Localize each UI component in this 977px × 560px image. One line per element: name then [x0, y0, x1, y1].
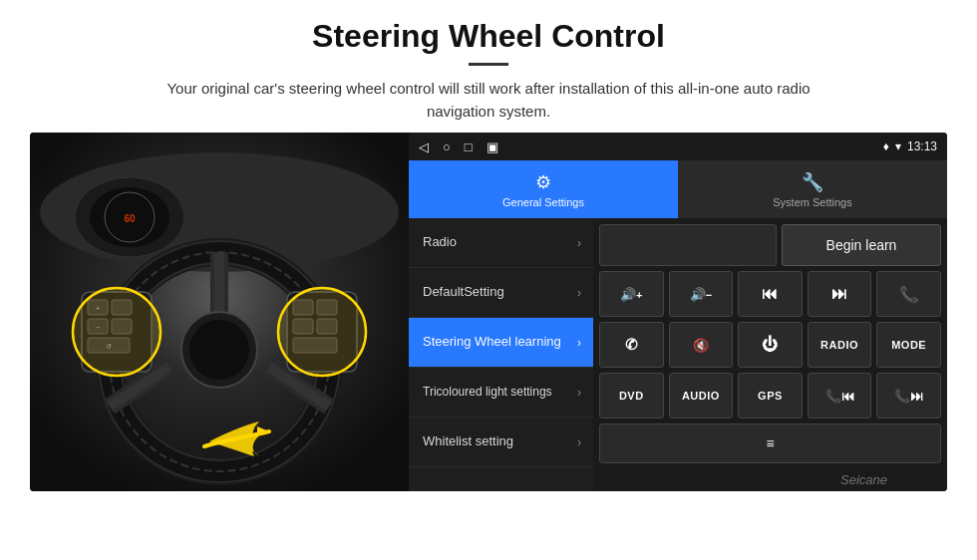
signal-icon: ▾: [895, 140, 901, 153]
title-divider: [469, 63, 508, 66]
screenshot-icon: ▣: [487, 140, 498, 154]
phone-prev-icon: 📞⏮: [825, 389, 854, 404]
mode-button[interactable]: MODE: [876, 322, 941, 368]
page-subtitle: Your original car's steering wheel contr…: [140, 78, 837, 123]
power-button[interactable]: ⏻: [738, 322, 803, 368]
chevron-icon: ›: [577, 435, 581, 449]
system-globe-icon: 🔧: [802, 171, 823, 193]
status-bar: ◁ ○ □ ▣ ♦ ▾ 13:13: [409, 133, 947, 160]
key-code-input[interactable]: [599, 224, 777, 266]
begin-learn-button[interactable]: Begin learn: [782, 224, 941, 266]
time-display: 13:13: [907, 140, 937, 153]
phone-prev-button[interactable]: 📞⏮: [808, 373, 872, 419]
android-body: Radio › DefaultSetting › Steering Wheel …: [409, 218, 947, 491]
location-icon: ♦: [883, 140, 889, 153]
top-nav: ⚙ General Settings 🔧 System Settings: [409, 160, 947, 218]
control-row-3: DVD AUDIO GPS 📞⏮ 📞⏭: [599, 373, 941, 419]
list-button[interactable]: ≡: [599, 423, 941, 463]
phone-button[interactable]: 📞: [876, 271, 941, 317]
page-header: Steering Wheel Control Your original car…: [0, 0, 977, 133]
gps-button[interactable]: GPS: [738, 373, 803, 419]
begin-learn-row: Begin learn: [599, 224, 941, 266]
prev-track-button[interactable]: ⏮: [738, 271, 803, 317]
volume-down-icon: 🔊−: [690, 287, 712, 302]
tab-system-settings[interactable]: 🔧 System Settings: [678, 160, 947, 218]
radio-button[interactable]: RADIO: [808, 322, 872, 368]
audio-button[interactable]: AUDIO: [669, 373, 734, 419]
menu-item-steering-wheel[interactable]: Steering Wheel learning ›: [409, 318, 593, 368]
car-image-container: 60 + −: [30, 133, 409, 491]
chevron-icon: ›: [577, 336, 581, 350]
page-title: Steering Wheel Control: [20, 18, 957, 55]
tab-general-label: General Settings: [502, 196, 584, 208]
chevron-icon: ›: [577, 386, 581, 400]
svg-point-17: [189, 320, 249, 380]
main-content: 60 + −: [0, 133, 977, 491]
svg-point-34: [73, 288, 161, 376]
bottom-partial-row: ≡: [599, 423, 941, 463]
menu-item-radio[interactable]: Radio ›: [409, 218, 593, 268]
menu-item-whitelist[interactable]: Whitelist setting ›: [409, 418, 593, 467]
android-panel: ◁ ○ □ ▣ ♦ ▾ 13:13 ⚙ General Settings 🔧 S…: [409, 133, 947, 491]
chevron-icon: ›: [577, 236, 581, 250]
menu-item-tricoloured-label: Tricoloured light settings: [423, 385, 573, 401]
recents-icon: □: [465, 140, 473, 154]
watermark: Seicane: [840, 472, 887, 487]
control-row-2: ✆ 🔇 ⏻ RADIO MODE: [599, 322, 941, 368]
prev-track-icon: ⏮: [762, 285, 778, 303]
menu-item-default-setting[interactable]: DefaultSetting ›: [409, 268, 593, 318]
power-icon: ⏻: [762, 336, 778, 354]
control-row-1: 🔊+ 🔊− ⏮ ⏭ 📞: [599, 271, 941, 317]
list-icon: ≡: [766, 435, 774, 451]
volume-down-button[interactable]: 🔊−: [669, 271, 734, 317]
mute-icon: 🔇: [693, 338, 709, 353]
svg-point-35: [278, 288, 366, 376]
dvd-button[interactable]: DVD: [599, 373, 664, 419]
menu-item-radio-label: Radio: [423, 234, 573, 251]
volume-up-button[interactable]: 🔊+: [599, 271, 664, 317]
tab-general-settings[interactable]: ⚙ General Settings: [409, 160, 678, 218]
svg-text:60: 60: [124, 213, 136, 224]
menu-item-whitelist-label: Whitelist setting: [423, 433, 573, 450]
radio-label: RADIO: [820, 339, 858, 351]
hangup-button[interactable]: ✆: [599, 322, 664, 368]
menu-item-tricoloured[interactable]: Tricoloured light settings ›: [409, 368, 593, 418]
status-bar-right: ♦ ▾ 13:13: [883, 140, 937, 153]
controls-panel: Begin learn 🔊+ 🔊− ⏮ ⏭: [593, 218, 947, 491]
tab-system-label: System Settings: [773, 196, 851, 208]
gps-label: GPS: [758, 390, 783, 402]
dvd-label: DVD: [619, 390, 644, 402]
volume-up-icon: 🔊+: [620, 287, 642, 302]
hangup-icon: ✆: [625, 336, 638, 354]
mode-label: MODE: [891, 339, 926, 351]
phone-icon: 📞: [899, 285, 919, 304]
skip-next-button[interactable]: 📞⏭: [876, 373, 941, 419]
next-track-button[interactable]: ⏭: [808, 271, 872, 317]
sidebar-menu: Radio › DefaultSetting › Steering Wheel …: [409, 218, 593, 491]
chevron-icon: ›: [577, 286, 581, 300]
begin-learn-label: Begin learn: [826, 237, 897, 253]
home-icon: ○: [443, 140, 451, 154]
mute-button[interactable]: 🔇: [669, 322, 734, 368]
menu-item-steering-label: Steering Wheel learning: [423, 334, 573, 351]
menu-item-default-label: DefaultSetting: [423, 284, 573, 301]
settings-gear-icon: ⚙: [535, 171, 551, 193]
status-bar-left: ◁ ○ □ ▣: [419, 140, 498, 154]
audio-label: AUDIO: [682, 390, 720, 402]
skip-next-icon: 📞⏭: [894, 389, 923, 404]
back-icon: ◁: [419, 140, 429, 154]
next-track-icon: ⏭: [831, 285, 847, 303]
